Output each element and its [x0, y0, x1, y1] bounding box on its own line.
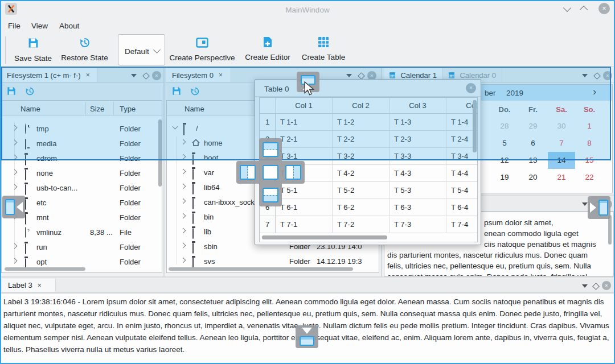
- fs0-restore-icon[interactable]: [190, 86, 200, 98]
- panel-menu-icon[interactable]: [582, 202, 588, 206]
- row-header[interactable]: 1: [260, 114, 276, 131]
- tab-close-icon[interactable]: ×: [219, 72, 223, 78]
- table-cell[interactable]: T 1-2: [333, 114, 390, 131]
- dock-indicator-bottom[interactable]: [259, 184, 282, 206]
- panel-menu-icon[interactable]: [346, 74, 352, 77]
- dock-indicator-left[interactable]: [236, 161, 259, 184]
- day-cell[interactable]: 13: [519, 152, 547, 169]
- splitter-handle[interactable]: [0, 276, 615, 278]
- table0-vscrollbar[interactable]: [473, 100, 477, 152]
- menu-file[interactable]: File: [8, 20, 20, 31]
- table0-hscrollbar[interactable]: [262, 235, 387, 239]
- undock-icon[interactable]: [142, 72, 150, 80]
- col-header[interactable]: Col 3: [390, 98, 446, 114]
- day-cell[interactable]: 30: [548, 118, 575, 135]
- expander-icon[interactable]: [12, 169, 18, 175]
- tab-label-3[interactable]: Label 3 ×: [2, 279, 56, 292]
- table-cell[interactable]: T 4-4: [446, 165, 478, 182]
- col-header[interactable]: Col 2: [333, 98, 390, 114]
- col-header[interactable]: Col 1: [276, 98, 333, 114]
- fs1-hscrollbar[interactable]: [5, 267, 85, 271]
- dock-indicator-center[interactable]: [259, 161, 282, 184]
- dock-indicator-top[interactable]: [259, 138, 282, 161]
- expander-icon[interactable]: [181, 184, 186, 189]
- day-cell[interactable]: 22: [576, 169, 603, 186]
- expander-icon[interactable]: [12, 155, 18, 160]
- table-cell[interactable]: T 6-2: [333, 199, 390, 216]
- table-row[interactable]: vmlinuz 8,38 ... File: [2, 224, 158, 239]
- table-cell[interactable]: T 5-2: [333, 182, 390, 199]
- table-cell[interactable]: T 5-3: [390, 182, 446, 199]
- fs1-col-name[interactable]: Name: [20, 104, 40, 114]
- table-cell[interactable]: T 7-4: [446, 216, 478, 233]
- undock-icon[interactable]: [358, 72, 365, 80]
- menu-view[interactable]: View: [31, 20, 48, 31]
- panel-close-icon[interactable]: ×: [602, 281, 611, 290]
- save-state-button[interactable]: Save State: [10, 35, 56, 66]
- fs1-vscrollbar[interactable]: [158, 119, 162, 187]
- table-cell[interactable]: T 6-1: [276, 199, 333, 216]
- table-row[interactable]: opt Folder: [2, 254, 158, 268]
- table-row[interactable]: tmp Folder: [2, 121, 158, 135]
- table-cell[interactable]: T 1-1: [276, 114, 333, 131]
- year-label[interactable]: 2019: [506, 88, 523, 98]
- panel-menu-icon[interactable]: [582, 284, 588, 288]
- day-cell[interactable]: 12: [491, 152, 518, 169]
- table-cell[interactable]: T 6-3: [390, 199, 446, 216]
- table-cell[interactable]: T 7-3: [390, 216, 446, 233]
- table-row[interactable]: usb-to-can... Folder: [2, 180, 158, 195]
- next-month-icon[interactable]: ›: [593, 85, 596, 98]
- table-cell[interactable]: T 1-3: [390, 114, 446, 131]
- restore-state-button[interactable]: Restore State: [58, 35, 112, 66]
- fs1-save-icon[interactable]: [7, 86, 16, 98]
- expander-icon[interactable]: [181, 243, 186, 249]
- table-row[interactable]: etc Folder: [2, 195, 158, 209]
- table-cell[interactable]: T 4-2: [333, 165, 390, 182]
- create-editor-button[interactable]: Create Editor: [241, 35, 294, 66]
- splitter-handle[interactable]: [163, 68, 165, 276]
- day-cell[interactable]: 20: [519, 169, 547, 186]
- expander-icon[interactable]: [12, 125, 18, 131]
- table-cell[interactable]: T 5-4: [446, 182, 478, 199]
- table-row[interactable]: media Folder: [2, 135, 158, 150]
- panel-menu-icon[interactable]: [582, 74, 588, 77]
- day-cell-selected[interactable]: 14: [548, 152, 575, 169]
- table-row[interactable]: mnt Folder: [2, 209, 158, 224]
- day-cell[interactable]: 8: [576, 135, 603, 152]
- floating-titlebar[interactable]: Table 0 ×: [255, 80, 481, 97]
- table-cell[interactable]: T 7-2: [333, 216, 390, 233]
- panel-menu-icon[interactable]: [131, 74, 137, 77]
- fs0-col-name[interactable]: Name: [184, 104, 204, 114]
- perspective-combobox[interactable]: Default: [118, 34, 165, 65]
- panel-close-icon[interactable]: ×: [603, 71, 612, 80]
- create-perspective-button[interactable]: Create Perspective: [169, 35, 235, 66]
- fs0-hscrollbar[interactable]: [169, 267, 353, 271]
- undock-icon[interactable]: [592, 283, 600, 290]
- day-cell[interactable]: 19: [491, 169, 518, 186]
- table-cell[interactable]: T 3-3: [390, 148, 446, 165]
- tab-close-icon[interactable]: ×: [38, 282, 42, 289]
- textpanel-vscrollbar[interactable]: [608, 215, 612, 245]
- day-cell[interactable]: 15: [576, 152, 603, 169]
- table-cell[interactable]: T 4-3: [390, 165, 446, 182]
- row-header[interactable]: 7: [260, 216, 276, 233]
- expander-icon[interactable]: [12, 140, 18, 146]
- table-cell[interactable]: T 2-2: [333, 131, 390, 148]
- close-icon[interactable]: ×: [598, 3, 610, 14]
- table-row[interactable]: none Folder: [2, 165, 158, 180]
- expander-icon[interactable]: [12, 184, 18, 190]
- expander-icon[interactable]: [181, 228, 186, 234]
- dock-indicator-right[interactable]: [282, 161, 305, 184]
- fs1-restore-icon[interactable]: [25, 86, 35, 98]
- table-cell[interactable]: T 5-1: [276, 182, 333, 199]
- tab-filesystem-1[interactable]: Filesystem 1 (c+ m- f-) ×: [1, 68, 98, 82]
- fs1-col-type[interactable]: Type: [120, 104, 136, 114]
- undock-icon[interactable]: [593, 72, 601, 80]
- day-cell[interactable]: 28: [491, 118, 518, 135]
- fs1-col-size[interactable]: Size: [90, 104, 104, 114]
- day-cell[interactable]: 1: [576, 118, 603, 135]
- table-cell[interactable]: T 7-1: [276, 216, 333, 233]
- expander-icon[interactable]: [173, 124, 178, 130]
- table-cell[interactable]: T 6-4: [446, 199, 478, 216]
- table-row[interactable]: run Folder: [2, 239, 158, 254]
